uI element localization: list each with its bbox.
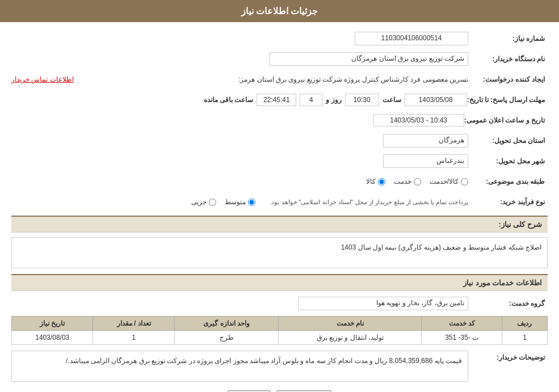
sharh-section-title: شرح کلی نیاز:	[11, 216, 548, 233]
mohlat-date: 1403/05/08	[405, 94, 467, 106]
header-title: جزئیات اطلاعات نیاز	[241, 6, 318, 16]
group-label: گروه خدمت:	[468, 300, 548, 307]
th-radif: ردیف	[502, 317, 547, 331]
radio-khedmat[interactable]: خدمت	[394, 178, 421, 186]
td-radif: 1	[502, 331, 547, 345]
ijad-label: ایجاد کننده درخواست:	[468, 75, 548, 83]
mohlat-saat: 10:30	[345, 94, 379, 106]
tabaqe-label: طبقه بندی موضوعی:	[468, 178, 548, 186]
shahr-row: شهر محل تحویل: بندرعباس	[11, 153, 548, 169]
buyer-desc-value: قیمت پایه 8,054,359,686 ریال و مدت انجام…	[11, 351, 468, 382]
radio-motevaset[interactable]: متوسط	[225, 198, 255, 206]
ostan-label: استان محل تحویل:	[468, 137, 548, 145]
tarikh-elaan-value: 1403/05/03 - 10:43	[373, 114, 464, 127]
remaining-time: 22:45:41	[257, 94, 296, 106]
noe-farayand-row: نوع فرآیند خرید: پرداخت تمام یا بخشی از …	[11, 194, 548, 210]
td-name: تولید، انتقال و توزیع برق	[279, 331, 422, 345]
services-section-title: اطلاعات خدمات مورد نیاز	[11, 274, 548, 291]
td-tarikh: 1403/08/03	[12, 331, 93, 345]
ostan-row: استان محل تحویل: هرمزگان	[11, 133, 548, 149]
td-vahed: طرح	[174, 331, 279, 345]
mohlat-row: مهلت ارسال پاسخ: تا تاریخ: 1403/05/08 سا…	[11, 92, 548, 108]
radio-kala-khedmat[interactable]: کالا/خدمت	[430, 178, 468, 186]
th-vahed: واحد اندازه گیری	[174, 317, 279, 331]
tabaqe-options: کالا/خدمت خدمت کالا	[366, 178, 468, 186]
time-row: 1403/05/08 ساعت 10:30 روز و 4 22:45:41 س…	[204, 94, 467, 106]
services-table: ردیف کد خدمت نام خدمت واحد اندازه گیری ت…	[11, 316, 548, 345]
shahr-value: بندرعباس	[383, 154, 468, 168]
sharh-box: اصلاح شبکه فشار متوسط و ضعیف (هزینه کارگ…	[11, 237, 548, 268]
td-code: ت -35- 351	[422, 331, 502, 345]
radio-kala[interactable]: کالا	[366, 178, 385, 186]
farayand-note: پرداخت تمام یا بخشی از مبلغ خریدار از مح…	[270, 199, 468, 206]
group-value: تامین برق، گاز، بخار و تهویه هوا	[298, 297, 468, 310]
table-header-row: ردیف کد خدمت نام خدمت واحد اندازه گیری ت…	[12, 317, 548, 331]
tarikh-elaan-label: تاریخ و ساعت اعلان عمومی:	[464, 116, 548, 124]
ijad-value: نسرین معصومی فرد کارشناس کنترل پروژه شرک…	[77, 75, 468, 83]
remaining-label: ساعت باقی مانده	[204, 96, 254, 104]
group-row: گروه خدمت: تامین برق، گاز، بخار و تهویه …	[11, 296, 548, 311]
shomara-value: 1103004106000514	[355, 32, 468, 45]
nam-dastgah-value: شرکت توزیع نیروی برق استان هرمزگان	[270, 52, 468, 66]
roz-label: روز و	[326, 96, 341, 104]
tabaqe-row: طبقه بندی موضوعی: کالا/خدمت خدمت کالا	[11, 174, 548, 189]
noe-farayand-label: نوع فرآیند خرید:	[468, 198, 548, 206]
ostan-value: هرمزگان	[383, 134, 468, 147]
th-tarikh: تاریخ نیاز	[12, 317, 93, 331]
td-tedad: 1	[93, 331, 174, 345]
buyer-desc-label: توضیحات خریدار:	[468, 351, 548, 361]
main-content: شماره نیاز: 1103004106000514 نام دستگاه …	[0, 22, 559, 392]
nam-dastgah-label: نام دستگاه خریدار:	[468, 55, 548, 63]
th-name: نام خدمت	[279, 317, 422, 331]
buyer-desc-row: توضیحات خریدار: قیمت پایه 8,054,359,686 …	[11, 351, 548, 382]
sharh-value: اصلاح شبکه فشار متوسط و ضعیف (هزینه کارگ…	[11, 237, 548, 268]
page-header: جزئیات اطلاعات نیاز	[0, 0, 559, 22]
table-row: 1ت -35- 351تولید، انتقال و توزیع برقطرح1…	[12, 331, 548, 345]
mohlat-roz: 4	[300, 94, 322, 106]
radio-jozii[interactable]: جزیی	[191, 198, 216, 206]
shomara-row: شماره نیاز: 1103004106000514	[11, 31, 548, 47]
mohlat-label: مهلت ارسال پاسخ: تا تاریخ:	[467, 96, 548, 104]
shahr-label: شهر محل تحویل:	[468, 157, 548, 165]
tarikh-elaan-row: تاریخ و ساعت اعلان عمومی: 1403/05/03 - 1…	[11, 112, 548, 128]
ijad-row: ایجاد کننده درخواست: نسرین معصومی فرد کا…	[11, 71, 548, 87]
farayand-options: پرداخت تمام یا بخشی از مبلغ خریدار از مح…	[191, 198, 468, 206]
main-container: جزئیات اطلاعات نیاز شماره نیاز: 11030041…	[0, 0, 559, 392]
saat-label: ساعت	[383, 96, 401, 104]
nam-dastgah-row: نام دستگاه خریدار: شرکت توزیع نیروی برق …	[11, 51, 548, 67]
contact-link[interactable]: اطلاعات تماس خریدار	[11, 75, 74, 83]
th-code: کد خدمت	[422, 317, 502, 331]
th-tedad: تعداد / مقدار	[93, 317, 174, 331]
shomara-label: شماره نیاز:	[468, 35, 548, 43]
